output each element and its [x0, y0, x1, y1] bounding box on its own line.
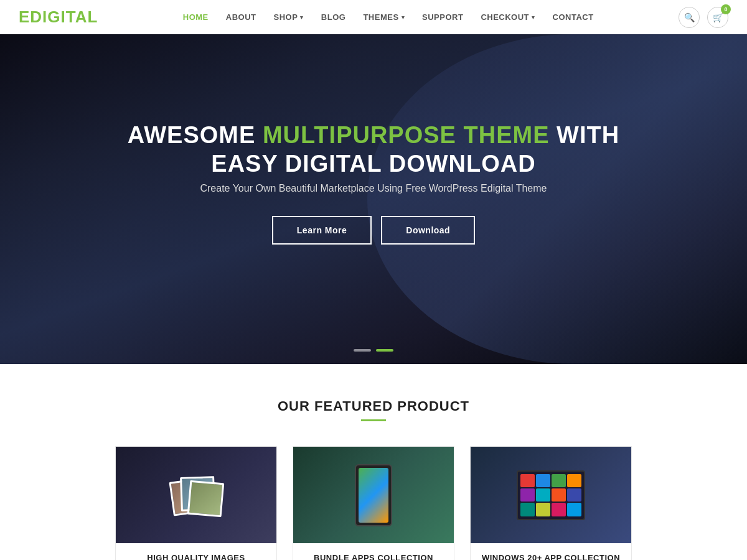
product-info-2: BUNDLE APPS COLLECTION $100.00 🔍 🛒: [293, 543, 454, 560]
search-button[interactable]: 🔍: [679, 7, 700, 28]
section-title: OUR FEATURED PRODUCT: [19, 398, 728, 414]
tile-11: [552, 503, 566, 516]
hero-dots: [354, 349, 393, 352]
hero-title-line2: EASY DIGITAL DOWNLOAD: [211, 151, 535, 177]
section-underline: [361, 419, 386, 421]
tile-6: [536, 488, 550, 502]
tile-5: [520, 488, 535, 502]
nav-item-about[interactable]: ABOUT: [217, 0, 265, 34]
nav-item-themes[interactable]: THEMES ▾: [354, 0, 413, 34]
chevron-down-icon: ▾: [532, 14, 535, 21]
nav-item-support[interactable]: SUPPORT: [413, 0, 472, 34]
hero-content: AWESOME MULTIPURPOSE THEME WITH EASY DIG…: [0, 34, 747, 245]
phone-screen: [359, 468, 388, 523]
cart-icon: 🛒: [713, 12, 723, 22]
tile-7: [552, 488, 566, 502]
product-image-3: [471, 447, 631, 543]
hero-dot-2[interactable]: [376, 349, 393, 352]
product-info-1: HIGH QUALITY IMAGES $50.00 🔍 🛒: [116, 543, 276, 560]
logo-rest: DIGITAL: [30, 7, 98, 26]
tablet-simulation: [517, 470, 585, 520]
download-button[interactable]: Download: [381, 216, 475, 245]
nav-icons: 🔍 🛒 0: [679, 7, 728, 28]
product-name-2: BUNDLE APPS COLLECTION: [301, 553, 446, 560]
cart-button[interactable]: 🛒 0: [707, 7, 728, 28]
hero-title-part1: AWESOME: [128, 122, 263, 148]
nav-item-blog[interactable]: BLOG: [312, 0, 355, 34]
product-image-1: [116, 447, 276, 543]
tile-10: [536, 503, 550, 516]
phone-simulation: [355, 464, 392, 526]
hero-dot-1[interactable]: [354, 349, 371, 352]
chevron-down-icon: ▾: [300, 14, 304, 21]
header: EDIGITAL HOME ABOUT SHOP ▾ BLOG THEMES ▾…: [0, 0, 747, 34]
product-card-1: HIGH QUALITY IMAGES $50.00 🔍 🛒: [115, 446, 277, 560]
hero-buttons: Learn More Download: [0, 216, 747, 245]
product-card-2: BUNDLE APPS COLLECTION $100.00 🔍 🛒: [293, 446, 454, 560]
hero-title-highlight: MULTIPURPOSE THEME: [263, 122, 550, 148]
hero-title-part2: WITH: [550, 122, 620, 148]
product-info-3: WINDOWS 20+ APP COLLECTION $20.00 🔍 🛒: [471, 543, 631, 560]
photo-card-3: [187, 480, 225, 517]
nav-item-contact[interactable]: CONTACT: [544, 0, 603, 34]
tile-3: [552, 474, 566, 487]
search-icon: 🔍: [684, 12, 695, 22]
chevron-down-icon: ▾: [402, 14, 405, 21]
logo[interactable]: EDIGITAL: [19, 7, 98, 27]
photo-stack: [171, 470, 221, 520]
product-card-3: WINDOWS 20+ APP COLLECTION $20.00 🔍 🛒: [470, 446, 632, 560]
product-name-1: HIGH QUALITY IMAGES: [123, 553, 269, 560]
nav-item-shop[interactable]: SHOP ▾: [265, 0, 312, 34]
tile-8: [567, 488, 581, 502]
featured-section: OUR FEATURED PRODUCT HIGH QUALITY IMAGES…: [0, 364, 747, 560]
tile-4: [567, 474, 581, 487]
cart-badge: 0: [721, 4, 731, 14]
product-name-3: WINDOWS 20+ APP COLLECTION: [478, 553, 624, 560]
hero-subtitle: Create Your Own Beautiful Marketplace Us…: [0, 183, 747, 194]
learn-more-button[interactable]: Learn More: [272, 216, 372, 245]
nav-item-checkout[interactable]: CHECKOUT ▾: [472, 0, 543, 34]
hero-section: AWESOME MULTIPURPOSE THEME WITH EASY DIG…: [0, 34, 747, 364]
tile-9: [520, 503, 535, 516]
hero-title: AWESOME MULTIPURPOSE THEME WITH EASY DIG…: [0, 121, 747, 178]
tile-1: [520, 474, 535, 487]
tile-2: [536, 474, 550, 487]
navigation: HOME ABOUT SHOP ▾ BLOG THEMES ▾ SUPPORT …: [174, 0, 603, 34]
products-grid: HIGH QUALITY IMAGES $50.00 🔍 🛒: [62, 446, 685, 560]
tile-12: [567, 503, 581, 516]
nav-item-home[interactable]: HOME: [174, 0, 217, 34]
product-image-2: [293, 447, 454, 543]
logo-highlight: E: [19, 7, 30, 26]
